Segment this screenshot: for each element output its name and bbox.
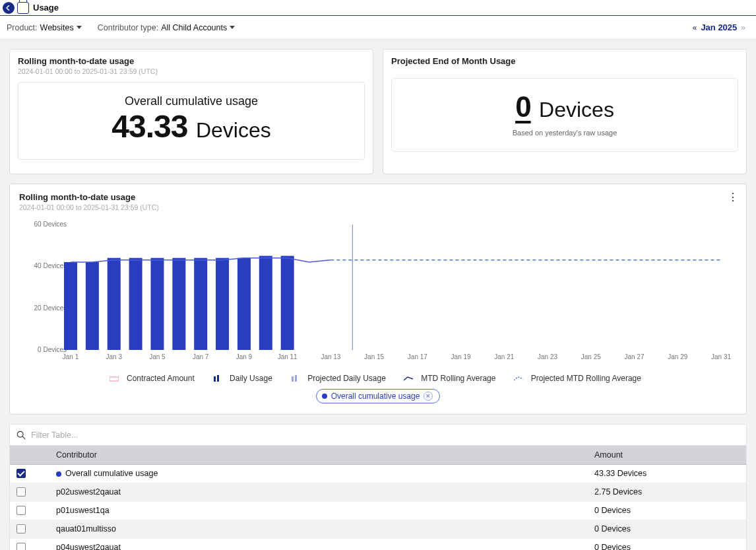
svg-text:Jan 11: Jan 11	[278, 353, 298, 361]
calendar-icon	[17, 2, 29, 14]
row-checkbox[interactable]	[16, 506, 26, 515]
svg-text:Jan 13: Jan 13	[321, 353, 340, 361]
legend-mtd[interactable]: MTD Rolling Average	[404, 374, 501, 383]
cell-contributor: p01uswest1qa	[49, 501, 588, 520]
cell-amount: 2.75 Devices	[588, 483, 746, 501]
col-checkbox	[10, 446, 49, 464]
metric-mtd-value: 43.33	[111, 108, 187, 145]
table-row[interactable]: Overall cumulative usage43.33 Devices	[10, 464, 746, 483]
row-checkbox[interactable]	[16, 543, 26, 550]
svg-rect-5	[86, 262, 99, 350]
chevron-down-icon[interactable]	[230, 26, 235, 29]
cell-amount: 0 Devices	[588, 538, 746, 550]
svg-rect-7	[129, 258, 142, 350]
card-mtd-range: 2024-01-01 00:00 to 2025-01-31 23:59 (UT…	[18, 67, 365, 75]
cell-contributor: p02uswest2qauat	[49, 483, 588, 501]
cell-contributor: Overall cumulative usage	[49, 464, 588, 483]
period-next-button[interactable]: »	[741, 23, 745, 32]
svg-text:Jan 9: Jan 9	[236, 353, 253, 361]
cell-amount: 0 Devices	[588, 520, 746, 538]
metric-mtd-unit: Devices	[196, 118, 271, 143]
svg-rect-10	[194, 258, 207, 350]
svg-text:Jan 25: Jan 25	[581, 353, 601, 361]
card-projected-title: Projected End of Month Usage	[391, 56, 738, 66]
svg-point-37	[17, 431, 23, 437]
legend-projmtd[interactable]: Projected MTD Rolling Average	[514, 374, 646, 383]
cell-amount: 43.33 Devices	[588, 464, 746, 483]
search-icon	[16, 430, 26, 440]
legend-projdaily[interactable]: Projected Daily Usage	[290, 374, 391, 383]
svg-rect-35	[292, 376, 294, 382]
contributor-type-label: Contributor type:	[98, 23, 158, 32]
svg-rect-9	[172, 258, 185, 350]
svg-text:60 Devices: 60 Devices	[34, 221, 67, 228]
product-select[interactable]: Websites	[40, 23, 74, 32]
series-dot-icon	[322, 394, 327, 399]
row-checkbox[interactable]	[16, 469, 26, 478]
svg-text:Jan 15: Jan 15	[364, 353, 384, 361]
svg-rect-6	[108, 258, 121, 350]
svg-rect-4	[64, 262, 77, 350]
svg-text:Jan 17: Jan 17	[408, 353, 427, 361]
col-amount[interactable]: Amount	[588, 446, 746, 464]
remove-series-button[interactable]: ✕	[424, 392, 433, 401]
metric-mtd-label: Overall cumulative usage	[25, 94, 358, 108]
svg-rect-11	[216, 258, 229, 350]
contributor-type-select[interactable]: All Child Accounts	[161, 23, 227, 32]
chart-range: 2024-01-01 00:00 to 2025-01-31 23:59 (UT…	[19, 203, 737, 211]
svg-text:Jan 1: Jan 1	[63, 353, 79, 361]
card-mtd: Rolling month-to-date usage 2024-01-01 0…	[9, 49, 373, 174]
page-title: Usage	[33, 3, 59, 13]
svg-rect-32	[110, 377, 119, 381]
svg-text:Jan 21: Jan 21	[494, 353, 514, 361]
svg-rect-8	[150, 258, 164, 350]
row-checkbox[interactable]	[16, 524, 26, 533]
product-label: Product:	[7, 23, 38, 32]
period-prev-button[interactable]: «	[693, 23, 697, 32]
chart-card: Rolling month-to-date usage ⋮ 2024-01-01…	[9, 184, 747, 415]
svg-text:0 Devices: 0 Devices	[38, 346, 67, 353]
svg-rect-12	[237, 258, 251, 350]
period-label[interactable]: Jan 2025	[701, 22, 737, 32]
col-contributor[interactable]: Contributor	[49, 446, 588, 464]
svg-text:Jan 27: Jan 27	[625, 353, 645, 361]
legend-contracted[interactable]: Contracted Amount	[110, 374, 200, 383]
back-button[interactable]	[3, 2, 15, 14]
chart-menu-button[interactable]: ⋮	[728, 191, 738, 203]
svg-text:20 Devices: 20 Devices	[34, 304, 67, 312]
svg-text:Jan 31: Jan 31	[711, 353, 731, 361]
table-row[interactable]: p04uswest2qauat0 Devices	[10, 538, 746, 550]
contributors-table: Contributor Amount Overall cumulative us…	[9, 424, 747, 550]
svg-rect-33	[214, 376, 216, 382]
usage-chart: 0 Devices20 Devices40 Devices60 DevicesJ…	[19, 218, 737, 370]
svg-text:Jan 19: Jan 19	[451, 353, 471, 361]
chevron-down-icon[interactable]	[77, 26, 82, 29]
card-projected: Projected End of Month Usage 0 Devices B…	[383, 49, 747, 174]
cell-amount: 0 Devices	[588, 501, 746, 520]
legend-daily[interactable]: Daily Usage	[212, 374, 278, 383]
svg-text:Jan 3: Jan 3	[106, 353, 122, 361]
svg-line-38	[22, 436, 25, 439]
row-checkbox[interactable]	[16, 487, 26, 497]
series-pill-label: Overall cumulative usage	[331, 392, 420, 401]
metric-proj-value: 0	[515, 90, 530, 123]
filter-input[interactable]	[31, 430, 740, 440]
svg-rect-13	[259, 256, 272, 351]
series-pill-overall[interactable]: Overall cumulative usage ✕	[316, 389, 441, 403]
card-mtd-title: Rolling month-to-date usage	[18, 56, 365, 66]
svg-text:Jan 29: Jan 29	[668, 353, 687, 361]
table-row[interactable]: p02uswest2qauat2.75 Devices	[10, 483, 746, 501]
svg-text:Jan 5: Jan 5	[149, 353, 166, 361]
table-row[interactable]: qauat01multisso0 Devices	[10, 520, 746, 538]
cell-contributor: p04uswest2qauat	[49, 538, 588, 550]
table-row[interactable]: p01uswest1qa0 Devices	[10, 501, 746, 520]
svg-text:40 Devices: 40 Devices	[34, 262, 67, 269]
svg-text:Jan 23: Jan 23	[538, 353, 557, 361]
chart-title: Rolling month-to-date usage	[19, 192, 737, 202]
series-dot-icon	[56, 471, 61, 477]
svg-rect-36	[295, 375, 297, 382]
svg-text:Jan 7: Jan 7	[193, 353, 209, 361]
svg-rect-34	[217, 375, 219, 382]
metric-proj-note: Based on yesterday's raw usage	[398, 129, 731, 137]
svg-rect-14	[281, 256, 294, 351]
